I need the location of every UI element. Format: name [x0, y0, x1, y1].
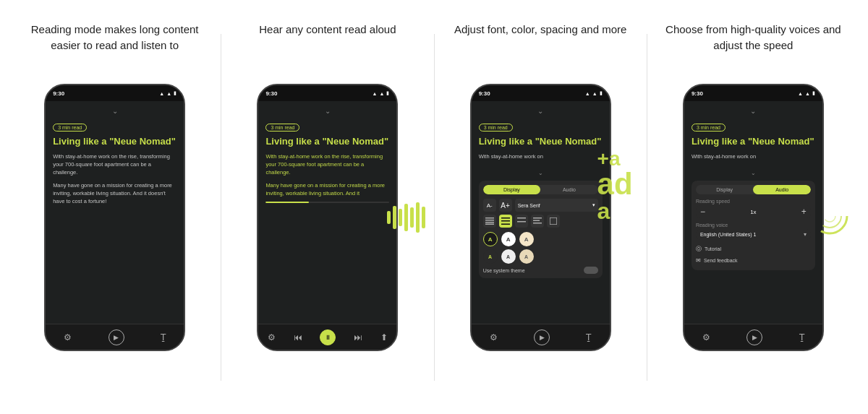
- caption-2: Hear any content read aloud: [256, 22, 399, 74]
- divider-2: [434, 34, 435, 381]
- color-sepia[interactable]: A: [519, 232, 534, 246]
- back-icon[interactable]: ⏮: [294, 332, 302, 342]
- battery-icon: ▮: [174, 90, 176, 96]
- feedback-label: Send feedback: [704, 258, 738, 263]
- wifi-icon: ▲: [166, 91, 171, 96]
- phone-frame-2: 9:30 ▲ ▲ ▮ ⌄ 3 min read Living like a "N…: [257, 84, 398, 351]
- color-sepia-alt[interactable]: A: [519, 249, 534, 264]
- settings-tabs-4: Display Audio: [696, 185, 811, 194]
- play-button-3[interactable]: ▶: [534, 329, 550, 345]
- phone-wrapper-3: +a ad a 9:30 ▲ ▲ ▮ ⌄ 3 min read Living l…: [470, 84, 611, 351]
- spacing-btn-4[interactable]: [531, 215, 544, 228]
- signal-icon: ▲: [159, 91, 164, 96]
- tab-audio[interactable]: Audio: [540, 185, 598, 194]
- color-swatches: A A A: [483, 232, 598, 246]
- settings-icon-3[interactable]: ⚙: [490, 332, 498, 342]
- pause-button[interactable]: ⏸: [320, 329, 336, 345]
- reading-speed-label: Reading speed: [696, 199, 811, 204]
- tab-audio-4[interactable]: Audio: [753, 185, 811, 194]
- phone-notch-4: 9:30 ▲ ▲ ▮: [684, 85, 822, 101]
- play-button-4[interactable]: ▶: [746, 329, 762, 345]
- progress-bar: [265, 202, 389, 203]
- phone-wrapper-4: 9:30 ▲ ▲ ▮ ⌄ 3 min read Living like a "N…: [683, 84, 824, 351]
- wifi-icon-2: ▲: [379, 91, 384, 96]
- feature-card-4: Choose from high-quality voices and adju…: [656, 14, 851, 400]
- settings-icon[interactable]: ⚙: [64, 332, 72, 342]
- audio-settings-panel: Display Audio Reading speed − 1x +: [692, 181, 815, 270]
- color-light[interactable]: A: [501, 232, 516, 246]
- font-increase-btn[interactable]: A+: [499, 199, 512, 212]
- status-icons-2: ▲ ▲ ▮: [373, 90, 390, 96]
- display-settings-panel: Display Audio A- A+ Sera Serif ▾: [479, 181, 603, 278]
- dropdown-arrow: ▾: [592, 202, 595, 208]
- svg-point-15: [824, 210, 835, 222]
- play-button[interactable]: ▶: [109, 329, 124, 345]
- font-family-dropdown[interactable]: Sera Serif ▾: [515, 199, 598, 212]
- article-title-2: Living like a "Neue Nomad": [265, 136, 389, 148]
- phone-content-1: ⌄ 3 min read Living like a "Neue Nomad" …: [46, 101, 184, 324]
- color-row-2: A A A: [483, 249, 598, 264]
- tutorial-icon: ⓪: [696, 245, 702, 253]
- article-title-4: Living like a "Neue Nomad": [692, 136, 815, 148]
- svg-rect-5: [501, 220, 510, 222]
- phone-wrapper-1: 9:30 ▲ ▲ ▮ ⌄ 3 min read Living like a "N…: [44, 84, 185, 351]
- article-body-3: With stay-at-home work on: [479, 152, 603, 160]
- color-dark-alt[interactable]: A: [483, 249, 498, 264]
- feature-card-1: Reading mode makes long content easier t…: [17, 14, 212, 400]
- wave-bar-1: [387, 211, 391, 224]
- phone-content-4: ⌄ 3 min read Living like a "Neue Nomad" …: [684, 101, 822, 324]
- system-theme-toggle[interactable]: [584, 267, 598, 274]
- read-badge-1: 3 min read: [53, 124, 87, 131]
- text-icon[interactable]: Ṯ: [161, 332, 166, 342]
- wave-bar-7: [422, 207, 425, 228]
- phone-frame-1: 9:30 ▲ ▲ ▮ ⌄ 3 min read Living like a "N…: [44, 84, 185, 351]
- feature-card-2: Hear any content read aloud 9:30 ▲ ▲ ▮ ⌄…: [230, 14, 425, 400]
- signal-icon-3: ▲: [585, 91, 590, 96]
- audio-wave-decoration: [387, 202, 425, 233]
- phone-wrapper-2: 9:30 ▲ ▲ ▮ ⌄ 3 min read Living like a "N…: [257, 84, 398, 351]
- spacing-btn-2[interactable]: [499, 215, 512, 228]
- caption-1: Reading mode makes long content easier t…: [23, 22, 206, 74]
- wifi-icon-4: ▲: [805, 91, 810, 96]
- phone-content-2: ⌄ 3 min read Living like a "Neue Nomad" …: [258, 101, 396, 324]
- settings-icon-2[interactable]: ⚙: [268, 332, 276, 342]
- text-icon-4[interactable]: Ṯ: [799, 332, 804, 342]
- phone-frame-3: 9:30 ▲ ▲ ▮ ⌄ 3 min read Living like a "N…: [470, 84, 611, 351]
- speed-decrease-btn[interactable]: −: [700, 207, 705, 216]
- forward-icon[interactable]: ⏭: [354, 332, 362, 342]
- status-icons-3: ▲ ▲ ▮: [585, 90, 603, 96]
- font-decrease-btn[interactable]: A-: [483, 199, 496, 212]
- system-theme-row: Use system theme: [483, 267, 598, 274]
- spacing-btn-3[interactable]: [515, 215, 528, 228]
- voice-dropdown[interactable]: English (United States) 1 ▾: [696, 229, 811, 240]
- phone-content-3: ⌄ 3 min read Living like a "Neue Nomad" …: [472, 101, 610, 324]
- tab-display-4[interactable]: Display: [696, 185, 754, 194]
- color-dark[interactable]: A: [483, 232, 498, 246]
- svg-rect-11: [533, 223, 542, 224]
- phone-toolbar-1: ⚙ ▶ Ṯ: [46, 324, 184, 350]
- chevron-icon-3: ⌄: [479, 107, 603, 115]
- svg-rect-2: [485, 222, 494, 223]
- chevron-icon-4: ⌄: [692, 107, 815, 115]
- color-light-alt[interactable]: A: [501, 249, 516, 264]
- settings-tabs: Display Audio: [483, 185, 598, 194]
- article-body-1: With stay-at-home work on the rise, tran…: [53, 152, 176, 206]
- tutorial-menu-item[interactable]: ⓪ Tutorial: [696, 243, 811, 255]
- spacing-btn-5[interactable]: [547, 215, 560, 228]
- article-body-2: With stay-at-home work on the rise, tran…: [265, 152, 389, 197]
- speed-increase-btn[interactable]: +: [801, 207, 807, 216]
- wave-bar-6: [416, 202, 420, 233]
- reading-voice-row: Reading voice English (United States) 1 …: [696, 223, 811, 240]
- text-icon-3[interactable]: Ṯ: [586, 332, 591, 342]
- feedback-menu-item[interactable]: ✉ Send feedback: [696, 255, 811, 266]
- spacing-btn-1[interactable]: [483, 215, 496, 228]
- share-icon[interactable]: ⬆: [380, 332, 388, 342]
- tab-display[interactable]: Display: [483, 185, 541, 194]
- spacing-row: [483, 215, 598, 228]
- read-badge-3: 3 min read: [479, 124, 513, 131]
- phone-notch-1: 9:30 ▲ ▲ ▮: [46, 85, 184, 101]
- article-title-3: Living like a "Neue Nomad": [479, 136, 603, 148]
- progress-fill: [265, 202, 309, 203]
- settings-icon-4[interactable]: ⚙: [702, 332, 710, 342]
- phone-time-3: 9:30: [479, 90, 490, 97]
